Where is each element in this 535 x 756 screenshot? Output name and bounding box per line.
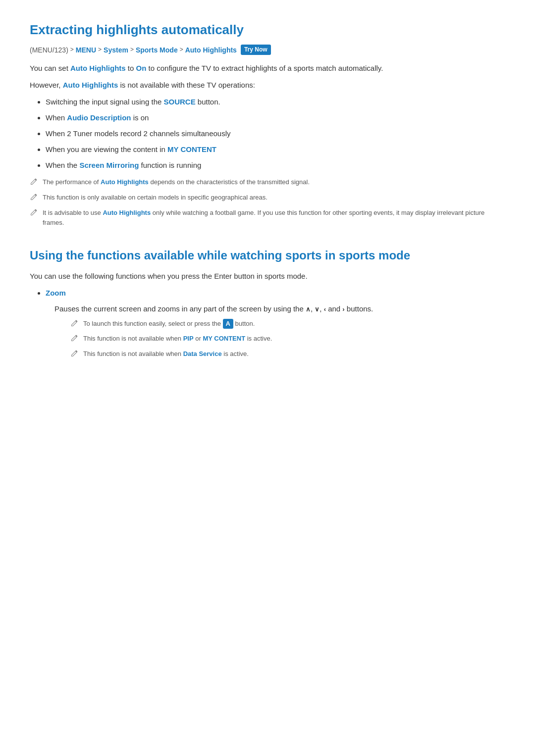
list-item-my-content: When you are viewing the content in MY C… <box>46 144 505 155</box>
link-zoom: Zoom <box>46 289 66 297</box>
pencil-icon-zoom-1 <box>70 320 79 329</box>
note-1: The performance of Auto Highlights depen… <box>30 177 505 188</box>
list-item-tuner: When 2 Tuner models record 2 channels si… <box>46 128 505 140</box>
list-item-source: Switching the input signal using the SOU… <box>46 96 505 108</box>
note-1-text: The performance of Auto Highlights depen… <box>43 177 310 188</box>
try-now-badge[interactable]: Try Now <box>241 45 271 55</box>
pencil-icon-3 <box>30 209 39 218</box>
link-source: SOURCE <box>163 98 195 106</box>
arrow-up: ∧ <box>306 305 311 313</box>
intro-paragraph-2: However, Auto Highlights is not availabl… <box>30 79 505 91</box>
list-item-audio-desc: When Audio Description is on <box>46 112 505 124</box>
breadcrumb-sports-mode: Sports Mode <box>136 45 178 55</box>
note-2: This function is only available on certa… <box>30 193 505 203</box>
link-my-content: MY CONTENT <box>167 145 216 153</box>
link-my-content-zoom: MY CONTENT <box>203 335 245 342</box>
breadcrumb-menu123: (MENU/123) <box>30 45 68 55</box>
chevron1: > <box>70 45 74 54</box>
breadcrumb-menu: MENU <box>76 45 96 55</box>
link-auto-highlights-note1: Auto Highlights <box>101 178 149 186</box>
btn-a-badge: A <box>223 319 233 329</box>
list-item-screen-mirroring: When the Screen Mirroring function is ru… <box>46 159 505 171</box>
arrow-left: ‹ <box>324 305 326 313</box>
link-pip: PIP <box>183 335 194 342</box>
link-auto-highlights-note3: Auto Highlights <box>103 209 151 216</box>
chevron2: > <box>98 45 102 54</box>
link-audio-description: Audio Description <box>67 113 131 122</box>
zoom-note-1: To launch this function easily, select o… <box>70 319 505 329</box>
breadcrumb-system: System <box>104 45 128 55</box>
intro-paragraph-1: You can set Auto Highlights to On to con… <box>30 62 505 74</box>
zoom-note-2-text: This function is not available when PIP … <box>83 334 272 344</box>
pencil-icon-zoom-3 <box>70 350 79 359</box>
note-3: It is advisable to use Auto Highlights o… <box>30 208 505 229</box>
pencil-icon-2 <box>30 194 39 202</box>
zoom-note-3-text: This function is not available when Data… <box>83 349 249 359</box>
unavailable-list: Switching the input signal using the SOU… <box>46 96 505 171</box>
zoom-note-2: This function is not available when PIP … <box>70 334 505 344</box>
link-auto-highlights-1: Auto Highlights <box>70 64 126 72</box>
list-item-zoom: Zoom Pauses the current screen and zooms… <box>46 287 505 359</box>
pencil-icon-zoom-2 <box>70 335 79 344</box>
note-3-text: It is advisable to use Auto Highlights o… <box>43 208 505 229</box>
zoom-note-1-text: To launch this function easily, select o… <box>83 319 255 329</box>
pencil-icon-1 <box>30 178 39 187</box>
section1-title: Extracting highlights automatically <box>30 20 505 41</box>
zoom-sub-notes: To launch this function easily, select o… <box>70 319 505 359</box>
sports-functions-list: Zoom Pauses the current screen and zooms… <box>46 287 505 359</box>
section-extract-highlights: Extracting highlights automatically (MEN… <box>30 20 505 228</box>
link-data-service: Data Service <box>183 350 222 357</box>
chevron4: > <box>180 45 183 54</box>
link-screen-mirroring: Screen Mirroring <box>79 161 139 169</box>
section2-intro: You can use the following functions when… <box>30 270 505 282</box>
link-auto-highlights-2: Auto Highlights <box>63 81 118 89</box>
section2-title: Using the functions available while watc… <box>30 246 505 265</box>
arrow-right: › <box>342 305 344 313</box>
zoom-note-3: This function is not available when Data… <box>70 349 505 359</box>
section-sports-functions: Using the functions available while watc… <box>30 246 505 359</box>
breadcrumb: (MENU/123) > MENU > System > Sports Mode… <box>30 45 505 55</box>
note-2-text: This function is only available on certa… <box>43 193 268 203</box>
zoom-description: Pauses the current screen and zooms in a… <box>54 303 505 315</box>
chevron3: > <box>130 45 134 54</box>
breadcrumb-auto-highlights: Auto Highlights <box>185 45 237 55</box>
link-on: On <box>136 64 147 72</box>
arrow-down: ∨ <box>315 305 320 313</box>
